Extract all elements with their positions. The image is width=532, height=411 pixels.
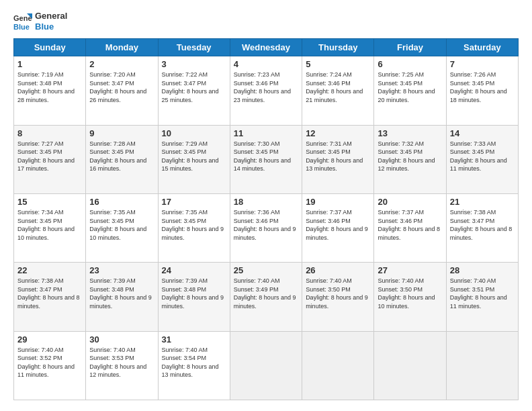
day-number: 3 [162, 59, 226, 69]
sunset-label: Sunset: 3:45 PM [17, 218, 62, 224]
calendar-cell: 14 Sunrise: 7:33 AM Sunset: 3:45 PM Dayl… [446, 125, 518, 193]
daylight-label: Daylight: 8 hours and 8 minutes. [378, 226, 440, 241]
daylight-label: Daylight: 8 hours and 9 minutes. [234, 226, 296, 241]
daylight-label: Daylight: 8 hours and 20 minutes. [378, 88, 435, 103]
day-number: 7 [450, 59, 515, 69]
sunrise-label: Sunrise: 7:26 AM [450, 71, 496, 78]
day-info: Sunrise: 7:20 AM Sunset: 3:47 PM Dayligh… [89, 71, 154, 104]
daylight-label: Daylight: 8 hours and 16 minutes. [89, 157, 146, 173]
sunrise-label: Sunrise: 7:35 AM [162, 209, 208, 216]
calendar-cell: 11 Sunrise: 7:30 AM Sunset: 3:45 PM Dayl… [230, 125, 302, 193]
calendar-cell: 7 Sunrise: 7:26 AM Sunset: 3:45 PM Dayli… [446, 56, 518, 125]
day-number: 15 [17, 197, 82, 207]
daylight-label: Daylight: 8 hours and 9 minutes. [162, 294, 224, 310]
calendar-week-3: 15 Sunrise: 7:34 AM Sunset: 3:45 PM Dayl… [14, 193, 519, 262]
sunrise-label: Sunrise: 7:37 AM [306, 209, 352, 216]
sunrise-label: Sunrise: 7:33 AM [450, 140, 496, 147]
day-info: Sunrise: 7:40 AM Sunset: 3:49 PM Dayligh… [234, 277, 298, 310]
day-number: 20 [378, 197, 442, 207]
day-info: Sunrise: 7:22 AM Sunset: 3:47 PM Dayligh… [162, 71, 226, 104]
day-number: 31 [162, 334, 226, 345]
day-info: Sunrise: 7:19 AM Sunset: 3:48 PM Dayligh… [17, 71, 82, 104]
sunrise-label: Sunrise: 7:19 AM [17, 71, 64, 78]
daylight-label: Daylight: 8 hours and 14 minutes. [234, 157, 291, 173]
sunset-label: Sunset: 3:51 PM [450, 286, 495, 293]
sunrise-label: Sunrise: 7:40 AM [234, 277, 280, 284]
logo-icon: General Blue [13, 12, 32, 31]
sunset-label: Sunset: 3:53 PM [89, 355, 134, 361]
day-number: 4 [234, 59, 298, 69]
sunset-label: Sunset: 3:50 PM [306, 286, 351, 293]
sunrise-label: Sunrise: 7:39 AM [162, 277, 208, 284]
daylight-label: Daylight: 8 hours and 8 minutes. [450, 226, 513, 241]
sunset-label: Sunset: 3:45 PM [17, 148, 62, 155]
sunrise-label: Sunrise: 7:22 AM [162, 71, 208, 78]
day-info: Sunrise: 7:37 AM Sunset: 3:46 PM Dayligh… [306, 208, 370, 242]
day-info: Sunrise: 7:40 AM Sunset: 3:50 PM Dayligh… [378, 277, 442, 310]
day-info: Sunrise: 7:35 AM Sunset: 3:45 PM Dayligh… [89, 208, 154, 242]
sunset-label: Sunset: 3:45 PM [234, 148, 279, 155]
sunset-label: Sunset: 3:45 PM [378, 148, 423, 155]
calendar-cell: 10 Sunrise: 7:29 AM Sunset: 3:45 PM Dayl… [158, 125, 230, 193]
day-number: 14 [450, 128, 515, 138]
daylight-label: Daylight: 8 hours and 12 minutes. [89, 363, 146, 379]
col-header-monday: Monday [86, 39, 158, 56]
sunrise-label: Sunrise: 7:39 AM [89, 277, 136, 284]
sunrise-label: Sunrise: 7:40 AM [306, 277, 352, 284]
calendar-cell: 3 Sunrise: 7:22 AM Sunset: 3:47 PM Dayli… [158, 56, 230, 125]
day-info: Sunrise: 7:34 AM Sunset: 3:45 PM Dayligh… [17, 208, 82, 242]
sunrise-label: Sunrise: 7:25 AM [378, 71, 424, 78]
day-number: 19 [306, 197, 370, 207]
sunset-label: Sunset: 3:47 PM [17, 286, 62, 293]
sunset-label: Sunset: 3:45 PM [378, 80, 423, 87]
day-number: 2 [89, 59, 154, 69]
daylight-label: Daylight: 8 hours and 17 minutes. [17, 157, 75, 173]
sunrise-label: Sunrise: 7:38 AM [450, 209, 496, 216]
sunset-label: Sunset: 3:46 PM [306, 218, 351, 224]
day-number: 23 [89, 265, 154, 275]
sunset-label: Sunset: 3:48 PM [17, 80, 62, 87]
sunrise-label: Sunrise: 7:23 AM [234, 71, 280, 78]
calendar-cell: 22 Sunrise: 7:38 AM Sunset: 3:47 PM Dayl… [14, 263, 86, 331]
calendar-table: SundayMondayTuesdayWednesdayThursdayFrid… [13, 38, 519, 400]
daylight-label: Daylight: 8 hours and 9 minutes. [306, 226, 368, 241]
sunrise-label: Sunrise: 7:34 AM [17, 209, 64, 216]
daylight-label: Daylight: 8 hours and 9 minutes. [306, 294, 368, 310]
sunrise-label: Sunrise: 7:30 AM [234, 140, 280, 147]
daylight-label: Daylight: 8 hours and 10 minutes. [17, 226, 75, 241]
sunset-label: Sunset: 3:47 PM [89, 80, 134, 87]
day-info: Sunrise: 7:38 AM Sunset: 3:47 PM Dayligh… [450, 208, 515, 242]
logo-wordmark: General Blue [35, 11, 67, 32]
svg-text:Blue: Blue [13, 23, 30, 31]
daylight-label: Daylight: 8 hours and 23 minutes. [234, 88, 291, 103]
col-header-thursday: Thursday [302, 39, 374, 56]
sunrise-label: Sunrise: 7:29 AM [162, 140, 208, 147]
day-info: Sunrise: 7:33 AM Sunset: 3:45 PM Dayligh… [450, 140, 515, 173]
day-number: 24 [162, 265, 226, 275]
daylight-label: Daylight: 8 hours and 9 minutes. [162, 226, 224, 241]
calendar-cell [446, 331, 518, 400]
header: General Blue General Blue [13, 11, 519, 32]
sunrise-label: Sunrise: 7:40 AM [450, 277, 496, 284]
calendar-cell: 20 Sunrise: 7:37 AM Sunset: 3:46 PM Dayl… [374, 193, 446, 262]
day-number: 5 [306, 59, 370, 69]
calendar-cell: 16 Sunrise: 7:35 AM Sunset: 3:45 PM Dayl… [86, 193, 158, 262]
daylight-label: Daylight: 8 hours and 13 minutes. [162, 363, 219, 379]
day-number: 12 [306, 128, 370, 138]
sunset-label: Sunset: 3:45 PM [89, 218, 134, 224]
day-info: Sunrise: 7:40 AM Sunset: 3:51 PM Dayligh… [450, 277, 515, 310]
day-number: 22 [17, 265, 82, 275]
daylight-label: Daylight: 8 hours and 25 minutes. [162, 88, 219, 103]
day-info: Sunrise: 7:27 AM Sunset: 3:45 PM Dayligh… [17, 140, 82, 173]
calendar-cell: 27 Sunrise: 7:40 AM Sunset: 3:50 PM Dayl… [374, 263, 446, 331]
sunrise-label: Sunrise: 7:35 AM [89, 209, 136, 216]
day-number: 13 [378, 128, 442, 138]
calendar-week-2: 8 Sunrise: 7:27 AM Sunset: 3:45 PM Dayli… [14, 125, 519, 193]
day-info: Sunrise: 7:40 AM Sunset: 3:52 PM Dayligh… [17, 346, 82, 379]
sunrise-label: Sunrise: 7:31 AM [306, 140, 352, 147]
calendar-cell: 2 Sunrise: 7:20 AM Sunset: 3:47 PM Dayli… [86, 56, 158, 125]
daylight-label: Daylight: 8 hours and 11 minutes. [450, 157, 507, 173]
daylight-label: Daylight: 8 hours and 13 minutes. [306, 157, 363, 173]
day-number: 17 [162, 197, 226, 207]
daylight-label: Daylight: 8 hours and 11 minutes. [450, 294, 507, 310]
